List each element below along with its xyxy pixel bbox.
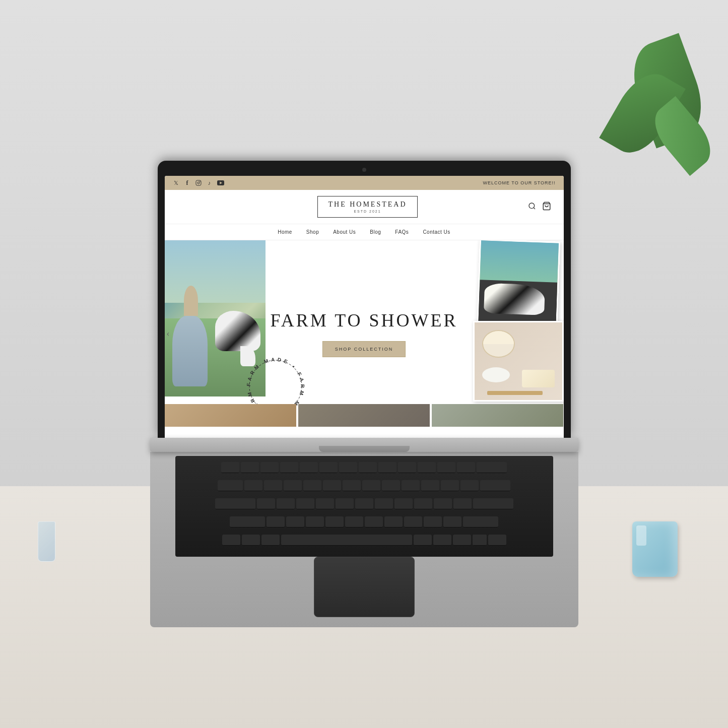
cow-body <box>215 311 260 351</box>
laptop-keyboard-area <box>150 452 578 627</box>
key-j <box>375 498 393 509</box>
key-4 <box>300 462 318 473</box>
cow-photo <box>476 240 560 333</box>
laptop-screen: 𝕏 f ♪ <box>165 176 564 438</box>
social-icons: 𝕏 f ♪ <box>173 179 224 186</box>
welcome-text: WELCOME TO OUR STORE!! <box>483 180 555 185</box>
strip-2 <box>298 404 430 427</box>
key-m <box>384 516 403 527</box>
key-g <box>336 498 354 509</box>
key-2 <box>260 462 279 473</box>
header-icons <box>528 202 551 213</box>
key-x <box>286 516 304 527</box>
logo-title: THE HOMESTEAD <box>328 201 407 209</box>
key-12 <box>457 462 475 473</box>
key-8 <box>378 462 396 473</box>
key-alt-r <box>433 535 451 546</box>
prev-arrow[interactable]: ‹ <box>167 328 170 339</box>
cutting-board <box>487 391 543 395</box>
shop-collection-button[interactable]: SHOP COLLECTION <box>322 341 406 357</box>
laptop-base <box>150 438 578 452</box>
scene: 𝕏 f ♪ <box>0 0 728 728</box>
key-caps <box>215 498 255 509</box>
key-semi <box>434 498 452 509</box>
search-icon[interactable] <box>528 202 536 212</box>
tiktok-icon[interactable]: ♪ <box>206 179 213 186</box>
key-d <box>296 498 314 509</box>
key-ctrl <box>222 535 240 546</box>
key-bracket-r <box>460 480 479 491</box>
bottom-strip <box>165 404 564 427</box>
bowl-content <box>483 331 514 344</box>
key-comma <box>404 516 422 527</box>
website: 𝕏 f ♪ <box>165 176 564 438</box>
hero-center: FARM TO SHOWER SHOP COLLECTION <box>270 310 457 357</box>
key-period <box>424 516 442 527</box>
instagram-icon[interactable] <box>195 179 202 186</box>
key-arrow-l <box>453 535 471 546</box>
key-tab-wide <box>218 480 243 491</box>
keyboard-row-1 <box>181 462 547 478</box>
key-arrow-r <box>488 535 506 546</box>
top-bar: 𝕏 f ♪ <box>165 176 564 190</box>
laptop-camera <box>362 168 366 172</box>
site-header: THE HOMESTEAD ESTD 2021 <box>165 190 564 224</box>
key-alt-l <box>242 535 260 546</box>
key-u <box>362 480 380 491</box>
key-f <box>316 498 334 509</box>
hero-right-images <box>458 240 564 412</box>
key-t <box>323 480 341 491</box>
key-return-2 <box>473 498 513 509</box>
svg-point-2 <box>200 181 200 182</box>
cheese-block <box>522 370 555 387</box>
facebook-icon[interactable]: f <box>184 179 191 186</box>
key-10 <box>418 462 436 473</box>
key-quote <box>453 498 472 509</box>
food-photo <box>473 321 564 402</box>
nav-contact-us[interactable]: Contact Us <box>423 229 450 235</box>
youtube-icon[interactable] <box>217 179 224 186</box>
nav-shop[interactable]: Shop <box>306 229 319 235</box>
key-o <box>402 480 420 491</box>
key-a <box>257 498 275 509</box>
keyboard-row-2 <box>181 480 547 496</box>
nav-blog[interactable]: Blog <box>370 229 381 235</box>
key-w <box>264 480 282 491</box>
nav-about-us[interactable]: About Us <box>333 229 356 235</box>
cart-icon[interactable] <box>542 202 551 213</box>
flour-pile <box>482 367 510 382</box>
key-z <box>267 516 285 527</box>
food-items <box>475 322 562 400</box>
logo-box[interactable]: THE HOMESTEAD ESTD 2021 <box>317 196 417 218</box>
cup-decoration <box>632 521 678 577</box>
key-cmd-l <box>261 535 280 546</box>
laptop: 𝕏 f ♪ <box>150 161 578 627</box>
strip-img-3 <box>432 404 563 427</box>
keyboard-row-3 <box>181 498 547 514</box>
cow-photo-inner <box>478 240 559 330</box>
svg-point-1 <box>197 182 200 184</box>
keyboard-row-5 <box>181 535 547 551</box>
glass-decoration <box>38 521 55 562</box>
key-c <box>306 516 324 527</box>
hero-title: FARM TO SHOWER <box>270 310 457 331</box>
key-6 <box>339 462 357 473</box>
key-l <box>414 498 432 509</box>
key-s <box>277 498 295 509</box>
plant-decoration <box>607 40 708 242</box>
nav-faqs[interactable]: FAQs <box>395 229 409 235</box>
trackpad[interactable] <box>314 557 415 617</box>
logo-subtitle: ESTD 2021 <box>328 210 407 213</box>
key-1 <box>241 462 259 473</box>
twitter-icon[interactable]: 𝕏 <box>173 179 180 186</box>
strip-3 <box>432 404 563 427</box>
key-3 <box>280 462 298 473</box>
person-skirt <box>172 316 208 386</box>
key-k <box>394 498 413 509</box>
nav-home[interactable]: Home <box>278 229 292 235</box>
svg-rect-0 <box>196 180 201 185</box>
key-r <box>303 480 321 491</box>
key-7 <box>359 462 377 473</box>
key-bracket-l <box>441 480 459 491</box>
key-y <box>343 480 361 491</box>
